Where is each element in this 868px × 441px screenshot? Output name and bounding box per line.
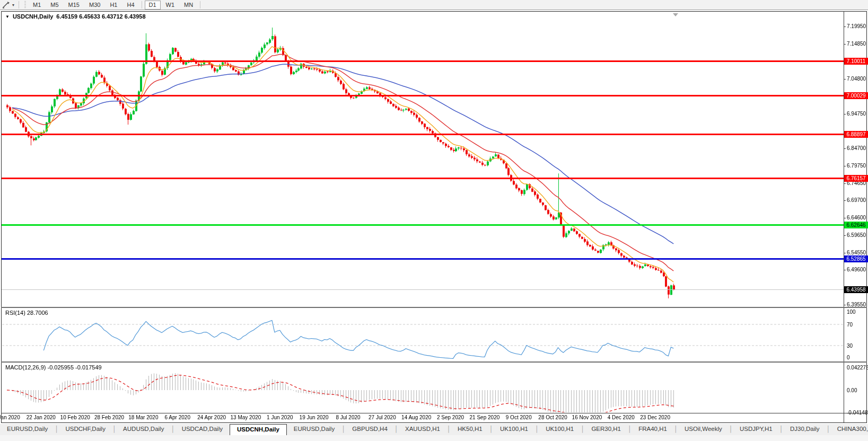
symbol-tab-bar: EURUSD,Daily│USDCHF,Daily│AUDUSD,Daily│U… [0,424,868,436]
collapse-chart-icon[interactable]: ▼ [5,14,10,19]
current-price-line [2,289,844,290]
tab-gbpusd-h4-6[interactable]: GBPUSD,H4 [345,424,394,435]
price-tick-label: 6.94750 [847,111,866,117]
tab-usdcnh-daily-4[interactable]: USDCNH,Daily [230,424,287,435]
tab-eurusd-daily-5[interactable]: EURUSD,Daily [287,424,341,435]
price-tick-mark [844,235,846,236]
tab-uk100-h1-9[interactable]: UK100,H1 [493,424,535,435]
rsi-panel-separator[interactable] [1,307,867,308]
rsi-scale-label: 100 [847,309,856,315]
tab-fra40-h1-12[interactable]: FRA40,H1 [632,424,674,435]
price-tick-label: 6.64600 [847,215,866,220]
tab-separator: │ [112,424,116,435]
tab-usdchf-daily-1[interactable]: USDCHF,Daily [59,424,112,435]
price-tick-label: 6.84700 [847,145,866,151]
price-tick-label: 6.69700 [847,197,866,203]
tab-separator: │ [55,424,58,435]
resistance-line[interactable] [2,178,844,179]
resistance-price-label: 7.10011 [844,58,868,65]
tab-china300-h1-16[interactable]: CHINA300,H1 [830,424,868,435]
tab-usdjpy-h1-14[interactable]: USDJPY,H1 [733,424,779,435]
price-tick-mark [844,79,846,80]
price-tick-label: 7.19950 [847,23,866,29]
macd-indicator-label: MACD(12,26,9) -0.025955 -0.017549 [5,364,102,371]
price-axis-border [844,11,844,422]
price-tick-mark [844,114,846,114]
tab-separator: │ [628,424,632,435]
resistance-line[interactable] [2,60,844,62]
tab-separator: │ [535,424,539,435]
tab-ger30-h1-11[interactable]: GER30,H1 [584,424,628,435]
price-tick-mark [844,270,846,270]
tab-audusd-daily-2[interactable]: AUDUSD,Daily [116,424,171,435]
date-tick-label: 23 Dec 2020 [632,414,679,420]
tab-eurusd-daily-0[interactable]: EURUSD,Daily [0,424,55,435]
rsi-scale-label: 30 [847,343,853,349]
resistance-line[interactable] [2,95,844,96]
tab-separator: │ [827,424,830,435]
tab-separator: │ [447,424,451,435]
price-tick-label: 6.79750 [847,163,866,169]
support-price-label: 6.52865 [844,255,868,262]
price-tick-label: 7.14850 [847,41,866,47]
tab-usoil-weekly-13[interactable]: USOil,Weekly [678,424,729,435]
rsi-indicator-label: RSI(14) 28.7006 [5,310,48,316]
macd-scale-label: 0.042275 [847,365,868,371]
macd-scale-label: 0.00 [847,387,857,393]
support-line[interactable] [2,258,844,260]
tab-separator: │ [489,424,493,435]
price-tick-mark [844,44,846,45]
price-tick-mark [844,183,846,184]
ohlc-quote-line: 6.45159 6.45633 6.43712 6.43958 [56,13,145,20]
chart-canvas[interactable] [0,0,868,424]
rsi-scale-label: 70 [847,322,853,328]
status-bar [0,435,868,441]
support-price-label: 6.62646 [844,222,868,228]
time-axis-border [1,413,867,413]
price-tick-mark [844,27,846,27]
tab-separator: │ [394,424,398,435]
price-tick-mark [844,253,846,253]
tab-uk100-h1-10[interactable]: UK100,H1 [539,424,581,435]
macd-scale-label: -0.04148 [847,410,867,416]
macd-panel-separator[interactable] [1,361,867,363]
resistance-price-label: 7.00029 [844,92,868,99]
tab-separator: │ [171,424,174,435]
price-tick-label: 6.59650 [847,232,866,238]
resistance-price-label: 6.76157 [844,175,868,182]
tab-dj30-daily-15[interactable]: DJ30,Daily [783,424,827,435]
tab-hk50-h1-8[interactable]: HK50,H1 [451,424,489,435]
tab-xauusd-h1-7[interactable]: XAUUSD,H1 [398,424,447,435]
price-tick-mark [844,200,846,201]
price-tick-mark [844,218,846,218]
price-tick-label: 6.54550 [847,250,866,255]
resistance-price-label: 6.88897 [844,131,868,138]
price-tick-mark [844,305,846,305]
price-tick-mark [844,166,846,166]
chart-title: ▼ USDCNH,Daily 6.45159 6.45633 6.43712 6… [5,13,146,20]
tab-usdcad-daily-3[interactable]: USDCAD,Daily [175,424,230,435]
resistance-line[interactable] [2,134,844,135]
price-tick-label: 7.04800 [847,76,866,82]
price-tick-mark [844,148,846,149]
support-line[interactable] [2,224,844,226]
tab-separator: │ [779,424,783,435]
tab-separator: │ [674,424,678,435]
price-tick-label: 6.39550 [847,302,866,307]
rsi-scale-label: 0 [847,355,850,360]
chart-shift-marker-icon[interactable] [673,13,678,16]
tab-separator: │ [729,424,733,435]
tab-separator: │ [581,424,584,435]
price-tick-label: 6.49600 [847,267,866,272]
current-price-label: 6.43958 [844,286,868,293]
tab-separator: │ [341,424,345,435]
symbol-period-label: USDCNH,Daily [13,13,53,20]
